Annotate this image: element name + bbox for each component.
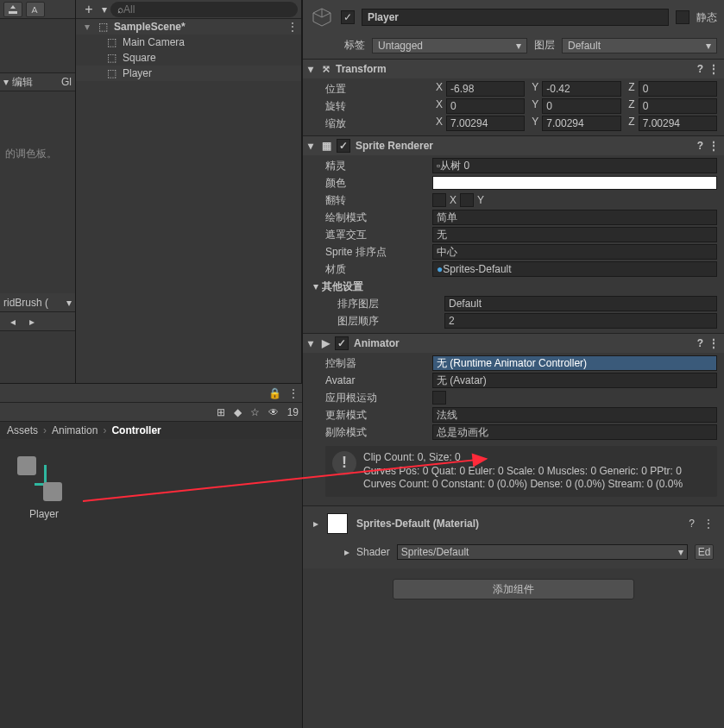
foldout-icon[interactable]: ▾ <box>83 21 91 33</box>
next-icon[interactable]: ▸ <box>22 314 41 329</box>
lock-icon[interactable]: 🔒 <box>268 387 281 399</box>
search-icon: ⌕ <box>117 3 123 16</box>
animator-controller-asset[interactable]: Player <box>14 453 74 520</box>
hierarchy-search-input[interactable] <box>123 3 291 16</box>
sprite-field[interactable]: ▫从树 0 <box>432 158 717 173</box>
foldout-icon[interactable]: ▾ <box>313 280 318 292</box>
sprite-renderer-icon: ▦ <box>322 140 331 152</box>
material-preview-icon <box>327 513 348 534</box>
static-label: 静态 <box>696 10 717 25</box>
breadcrumb[interactable]: Assets› Animation› Controller <box>0 422 302 439</box>
eye-icon[interactable]: 👁 <box>268 406 279 418</box>
filter-icon[interactable]: ⊞ <box>217 406 225 418</box>
help-icon[interactable]: ? <box>689 518 695 530</box>
foldout-icon[interactable]: ▾ <box>308 63 317 75</box>
hierarchy-item[interactable]: ⬚Main Camera <box>76 35 301 50</box>
foldout-icon[interactable]: ▾ <box>308 337 317 349</box>
transform-header[interactable]: ▾ ⤧ Transform ? ⋮ <box>303 60 724 78</box>
scene-row[interactable]: ▾ ⬚ SampleScene* ⋮ <box>76 19 301 35</box>
rot-x-input[interactable]: 0 <box>446 98 525 114</box>
eye-count: 19 <box>287 406 299 418</box>
tag-dropdown[interactable]: Untagged▾ <box>372 38 527 53</box>
scale-y-input[interactable]: 7.00294 <box>542 116 620 131</box>
menu-icon[interactable]: ⋮ <box>708 337 719 349</box>
material-header[interactable]: ▸ Sprites-Default (Material) ? ⋮ <box>303 506 724 541</box>
tool-button-2[interactable] <box>26 2 45 17</box>
add-component-button[interactable]: 添加组件 <box>393 579 634 599</box>
help-icon[interactable]: ? <box>697 337 703 349</box>
help-icon[interactable]: ? <box>697 63 703 75</box>
hierarchy-item[interactable]: ⬚Square <box>76 50 301 66</box>
culling-mode-dropdown[interactable]: 总是动画化 <box>432 424 717 440</box>
flip-x-checkbox[interactable] <box>432 193 446 207</box>
avatar-field[interactable]: 无 (Avatar) <box>432 373 717 388</box>
layer-label: 图层 <box>534 38 555 53</box>
svg-rect-0 <box>9 11 17 14</box>
tag-label: 标签 <box>344 38 365 53</box>
transform-icon: ⤧ <box>322 63 331 75</box>
gameobject-icon: ⬚ <box>105 36 117 48</box>
draw-mode-dropdown[interactable]: 简单 <box>432 210 717 225</box>
layer-dropdown[interactable]: Default▾ <box>562 38 717 53</box>
dropdown-icon[interactable]: ▾ <box>3 76 9 88</box>
order-input[interactable]: 2 <box>444 313 717 329</box>
menu-icon[interactable]: ⋮ <box>708 63 719 75</box>
active-checkbox[interactable]: ✓ <box>341 10 355 24</box>
edit-shader-button[interactable]: Ed <box>695 544 714 560</box>
static-checkbox[interactable] <box>676 10 689 24</box>
pos-z-input[interactable]: 0 <box>639 81 717 97</box>
component-enable-checkbox[interactable]: ✓ <box>337 139 350 153</box>
mask-dropdown[interactable]: 无 <box>432 227 717 242</box>
sorting-layer-dropdown[interactable]: Default <box>444 296 717 311</box>
scene-menu-icon[interactable]: ⋮ <box>287 21 298 33</box>
sort-point-dropdown[interactable]: 中心 <box>432 244 717 260</box>
grid-brush-label: ridBrush ( <box>3 297 48 309</box>
flip-y-checkbox[interactable] <box>460 193 474 207</box>
animator-header[interactable]: ▾ ▶ ✓ Animator ? ⋮ <box>303 334 724 353</box>
material-field[interactable]: ●Sprites-Default <box>432 261 717 277</box>
rot-z-input[interactable]: 0 <box>639 98 717 114</box>
menu-icon[interactable]: ⋮ <box>703 518 714 530</box>
unity-icon: ⬚ <box>97 21 109 33</box>
foldout-icon[interactable]: ▸ <box>313 518 318 530</box>
dropdown-icon[interactable]: ▾ <box>102 3 107 16</box>
gameobject-icon: ⬚ <box>105 52 117 64</box>
star-icon[interactable]: ☆ <box>250 406 260 418</box>
animator-info-box: ! Clip Count: 0, Size: 0 Curves Pos: 0 Q… <box>325 446 717 497</box>
label-icon[interactable]: ◆ <box>234 406 242 418</box>
sprite-renderer-header[interactable]: ▾ ▦ ✓ Sprite Renderer ? ⋮ <box>303 136 724 155</box>
gameobject-icon: ⬚ <box>105 67 117 79</box>
edit-tab[interactable]: 编辑 <box>12 75 33 90</box>
root-motion-checkbox[interactable] <box>432 391 446 405</box>
shader-dropdown[interactable]: Sprites/Default▾ <box>397 544 688 560</box>
update-mode-dropdown[interactable]: 法线 <box>432 407 717 423</box>
foldout-icon[interactable]: ▸ <box>344 546 349 558</box>
pos-y-input[interactable]: -0.42 <box>542 81 620 97</box>
prev-icon[interactable]: ◂ <box>3 314 22 329</box>
scene-name: SampleScene* <box>114 21 186 33</box>
gameobject-icon <box>310 5 334 29</box>
animator-controller-field[interactable]: 无 (Runtime Animator Controller) <box>432 355 717 371</box>
hierarchy-item-selected[interactable]: ⬚Player <box>76 66 301 81</box>
component-enable-checkbox[interactable]: ✓ <box>335 336 349 350</box>
help-icon[interactable]: ? <box>697 140 703 152</box>
tool-button-1[interactable] <box>3 2 22 17</box>
rot-y-input[interactable]: 0 <box>542 98 620 114</box>
gl-label: Gl <box>61 76 72 88</box>
create-button[interactable]: + <box>79 2 98 17</box>
menu-icon[interactable]: ⋮ <box>288 387 299 399</box>
scale-x-input[interactable]: 7.00294 <box>446 116 525 131</box>
palette-message: 的调色板。 <box>0 91 75 217</box>
menu-icon[interactable]: ⋮ <box>708 140 719 152</box>
animator-icon: ▶ <box>322 337 330 349</box>
gameobject-name-input[interactable] <box>362 9 669 26</box>
scale-z-input[interactable]: 7.00294 <box>639 116 717 131</box>
foldout-icon[interactable]: ▾ <box>308 140 317 152</box>
info-icon: ! <box>332 451 356 475</box>
color-field[interactable] <box>432 176 717 190</box>
pos-x-input[interactable]: -6.98 <box>446 81 525 97</box>
